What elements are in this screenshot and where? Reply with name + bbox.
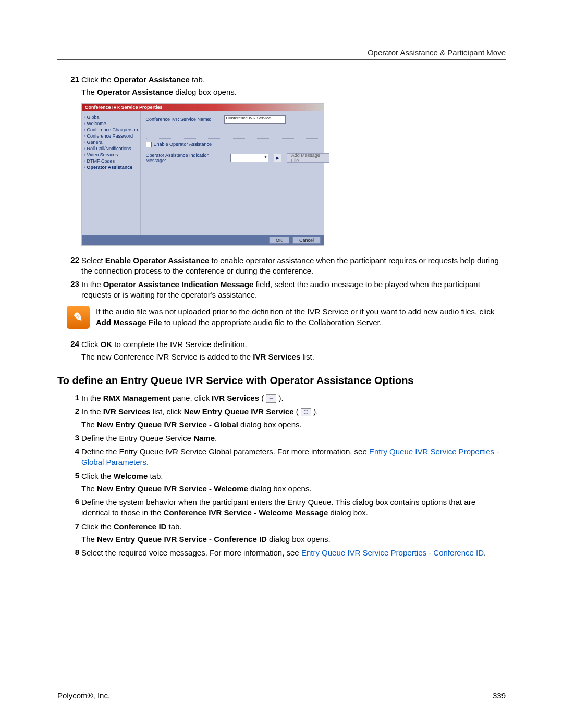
sidebar-item-global[interactable]: Global xyxy=(84,114,138,120)
sidebar-item-general[interactable]: General xyxy=(84,139,138,145)
new-entry-queue-icon: ☷ xyxy=(301,408,311,416)
enable-operator-assistance-checkbox[interactable] xyxy=(146,142,152,147)
dialog-title: Conference IVR Service Properties xyxy=(82,104,324,111)
dialog-sidebar: Global Welcome Conference Chairperson Co… xyxy=(82,111,141,235)
page: Operator Assistance & Participant Move 2… xyxy=(0,0,563,728)
step-24: 24 Click OK to complete the IVR Service … xyxy=(57,339,506,363)
play-icon[interactable]: ▶ xyxy=(274,154,282,162)
header-rule xyxy=(57,59,506,60)
sidebar-item-operator-assistance[interactable]: Operator Assistance xyxy=(84,164,138,170)
step-22: 22 Select Enable Operator Assistance to … xyxy=(57,255,506,277)
proc-step-5: 5 Click the Welcome tab. The New Entry Q… xyxy=(57,471,506,495)
step-23: 23 In the Operator Assistance Indication… xyxy=(57,279,506,301)
ok-button[interactable]: OK xyxy=(269,237,289,244)
footer-company: Polycom®, Inc. xyxy=(57,691,110,700)
proc-step-3: 3 Define the Entry Queue Service Name. xyxy=(57,433,506,443)
indication-message-label: Operator Assistance Indication Message: xyxy=(146,153,225,163)
ivr-services-icon: ☰ xyxy=(266,394,276,403)
step-body: Click the Operator Assistance tab. The O… xyxy=(81,75,506,98)
add-message-file-button[interactable]: Add Message File xyxy=(287,153,329,163)
sidebar-item-password[interactable]: Conference Password xyxy=(84,133,138,139)
note-block: ✎ If the audio file was not uploaded pri… xyxy=(67,306,506,329)
footer-page-number: 339 xyxy=(493,691,506,700)
sidebar-item-chairperson[interactable]: Conference Chairperson xyxy=(84,127,138,133)
page-footer: Polycom®, Inc. 339 xyxy=(57,691,506,700)
section-heading: To define an Entry Queue IVR Service wit… xyxy=(57,375,506,387)
sidebar-item-video[interactable]: Video Services xyxy=(84,152,138,158)
ivr-service-name-input[interactable]: Conference IVR Service xyxy=(224,115,286,124)
sidebar-item-dtmf[interactable]: DTMF Codes xyxy=(84,158,138,164)
step-21: 21 Click the Operator Assistance tab. Th… xyxy=(57,75,506,98)
proc-step-7: 7 Click the Conference ID tab. The New E… xyxy=(57,522,506,545)
proc-step-2: 2 In the IVR Services list, click New En… xyxy=(57,406,506,430)
step-number: 21 xyxy=(57,75,81,83)
proc-step-6: 6 Define the system behavior when the pa… xyxy=(57,497,506,519)
sidebar-item-welcome[interactable]: Welcome xyxy=(84,120,138,127)
link-conference-id[interactable]: Entry Queue IVR Service Properties - Con… xyxy=(301,548,484,557)
proc-step-1: 1 In the RMX Management pane, click IVR … xyxy=(57,393,506,403)
cancel-button[interactable]: Cancel xyxy=(292,237,321,244)
dialog-screenshot: Conference IVR Service Properties Global… xyxy=(81,103,324,246)
ivr-service-name-label: Conference IVR Service Name: xyxy=(146,117,219,122)
proc-step-8: 8 Select the required voice messages. Fo… xyxy=(57,548,506,558)
note-icon: ✎ xyxy=(67,306,90,329)
enable-operator-assistance-label: Enable Operator Assistance xyxy=(154,142,212,147)
proc-step-4: 4 Define the Entry Queue IVR Service Glo… xyxy=(57,447,506,468)
sidebar-item-rollcall[interactable]: Roll Call/Notifications xyxy=(84,145,138,152)
header-section-title: Operator Assistance & Participant Move xyxy=(57,48,506,57)
indication-message-dropdown[interactable] xyxy=(230,154,269,162)
